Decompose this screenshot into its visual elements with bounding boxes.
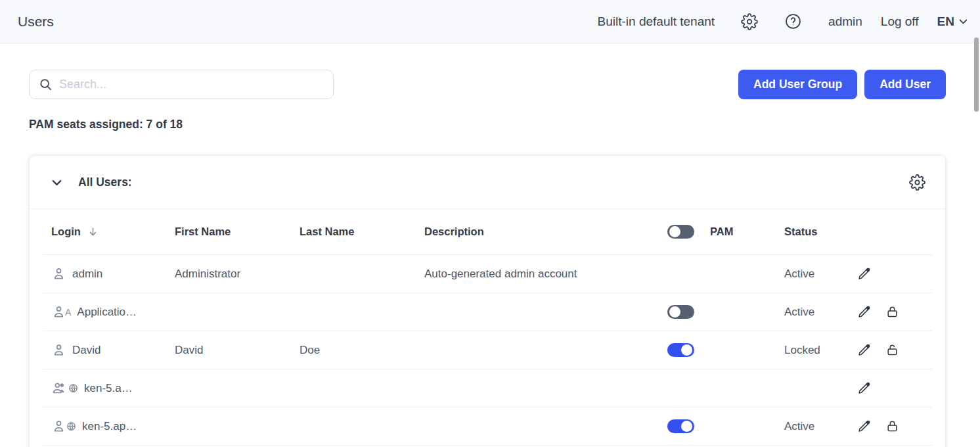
- edit-button[interactable]: [857, 419, 871, 433]
- lock-icon: [885, 305, 899, 319]
- column-first-name[interactable]: First Name: [175, 225, 300, 238]
- group-globe-icon: [51, 381, 78, 396]
- edit-button[interactable]: [857, 305, 871, 319]
- column-last-name[interactable]: Last Name: [300, 225, 424, 238]
- search-box[interactable]: [29, 70, 334, 99]
- sort-descending-icon[interactable]: [87, 226, 99, 237]
- pam-toggle[interactable]: [667, 419, 694, 433]
- pencil-icon: [857, 267, 871, 281]
- search-input[interactable]: [59, 78, 324, 91]
- search-icon: [39, 78, 53, 91]
- edit-button[interactable]: [857, 343, 871, 357]
- column-status[interactable]: Status: [784, 225, 857, 238]
- all-users-panel: All Users: Login First Name Last Name De…: [29, 155, 946, 447]
- help-button[interactable]: [784, 12, 802, 30]
- user-a-icon: A: [51, 304, 71, 319]
- pam-cell: [667, 419, 784, 433]
- actions-cell: [857, 381, 932, 395]
- add-user-group-button[interactable]: Add User Group: [738, 70, 857, 99]
- actions-cell: [857, 343, 932, 357]
- pam-toggle[interactable]: [667, 305, 694, 319]
- user-icon: [51, 266, 66, 281]
- collapse-toggle[interactable]: [49, 175, 64, 190]
- status-value: Active: [784, 268, 857, 281]
- description-value: Auto-generated admin account: [424, 268, 667, 281]
- status-value: Locked: [784, 344, 857, 357]
- column-description[interactable]: Description: [424, 225, 667, 238]
- status-value: Active: [784, 306, 857, 319]
- first-name-value: Administrator: [175, 268, 300, 281]
- gear-icon: [741, 13, 758, 30]
- login-value: David: [72, 344, 100, 357]
- tenant-name: Built-in default tenant: [598, 14, 715, 29]
- scrollbar-thumb[interactable]: [974, 37, 979, 112]
- gear-icon: [909, 174, 925, 191]
- pencil-icon: [857, 305, 871, 319]
- login-value: ken-5.a…: [84, 382, 133, 395]
- pencil-icon: [857, 381, 871, 395]
- pam-filter-toggle[interactable]: [667, 225, 694, 239]
- pencil-icon: [857, 343, 871, 357]
- pam-cell: [667, 305, 784, 319]
- lock-button[interactable]: [885, 419, 899, 433]
- column-login[interactable]: Login: [51, 225, 81, 238]
- column-pam: PAM: [710, 225, 733, 238]
- edit-button[interactable]: [857, 267, 871, 281]
- table-row[interactable]: David David Doe Locked: [43, 331, 932, 369]
- login-value: ken-5.ap…: [82, 420, 137, 433]
- table-row[interactable]: admin Administrator Auto-generated admin…: [43, 255, 932, 293]
- table-header-row: Login First Name Last Name Description P…: [43, 209, 932, 255]
- help-icon: [784, 12, 802, 30]
- login-value: Applicatio…: [77, 306, 137, 319]
- login-value: admin: [72, 268, 102, 281]
- language-label: EN: [937, 14, 954, 29]
- status-value: Active: [784, 420, 857, 433]
- pam-seats-counter: PAM seats assigned: 7 of 18: [29, 118, 951, 131]
- settings-button[interactable]: [741, 13, 758, 30]
- panel-header: All Users:: [30, 156, 945, 209]
- last-name-value: Doe: [300, 344, 424, 357]
- user-icon: [51, 342, 66, 358]
- actions-cell: [857, 419, 932, 433]
- table-row[interactable]: ken-5.a…: [43, 369, 932, 408]
- first-name-value: David: [175, 344, 300, 357]
- user-globe-icon: [51, 419, 76, 434]
- table-row[interactable]: A Applicatio… Active: [43, 293, 932, 331]
- pam-toggle[interactable]: [667, 343, 694, 357]
- pam-cell: [667, 343, 784, 357]
- topbar: Users Built-in default tenant admin Log …: [0, 0, 980, 43]
- edit-button[interactable]: [857, 381, 871, 395]
- chevron-down-icon: [957, 15, 969, 28]
- lock-icon: [885, 419, 899, 433]
- current-user[interactable]: admin: [828, 14, 862, 29]
- unlock-button[interactable]: [885, 343, 899, 357]
- unlock-icon: [885, 343, 899, 357]
- language-selector[interactable]: EN: [937, 14, 969, 29]
- lock-button[interactable]: [885, 305, 899, 319]
- toolbar: Add User Group Add User: [29, 70, 946, 99]
- table-settings-button[interactable]: [909, 174, 925, 191]
- pencil-icon: [857, 419, 871, 433]
- logoff-link[interactable]: Log off: [881, 14, 919, 29]
- actions-cell: [857, 267, 932, 281]
- page-title: Users: [18, 14, 54, 30]
- chevron-down-icon: [49, 175, 64, 190]
- users-table: Login First Name Last Name Description P…: [30, 209, 945, 446]
- add-user-button[interactable]: Add User: [864, 70, 946, 99]
- panel-title: All Users:: [78, 176, 132, 189]
- actions-cell: [857, 305, 932, 319]
- table-row[interactable]: ken-5.ap… Active: [43, 408, 932, 446]
